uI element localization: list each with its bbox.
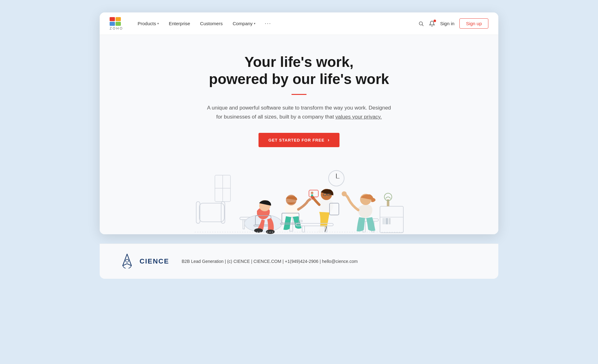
footer-info: B2B Lead Generation | (c) CIENCE | CIENC…	[182, 259, 358, 264]
svg-rect-27	[311, 194, 313, 196]
hero-subtitle: A unique and powerful software suite to …	[206, 104, 392, 122]
privacy-link[interactable]: values your privacy.	[335, 114, 382, 120]
svg-point-0	[419, 22, 423, 25]
nav-links: Products ▾ Enterprise Customers Company …	[133, 18, 418, 29]
svg-rect-33	[296, 223, 333, 226]
notification-icon[interactable]	[429, 21, 435, 27]
cience-name: CIENCE	[140, 257, 169, 265]
logo-squares	[110, 17, 121, 26]
svg-rect-39	[386, 218, 388, 224]
company-chevron-icon: ▾	[254, 22, 255, 25]
search-icon[interactable]	[418, 21, 424, 26]
svg-point-26	[311, 192, 313, 194]
notification-badge	[434, 20, 436, 22]
hero-illustration	[112, 160, 486, 234]
nav-enterprise[interactable]: Enterprise	[164, 18, 194, 29]
nav-customers[interactable]: Customers	[196, 18, 227, 29]
svg-rect-40	[389, 218, 391, 224]
svg-line-1	[422, 25, 424, 26]
logo-sq-blue	[110, 22, 115, 26]
illustration-svg	[190, 163, 408, 234]
logo-text: ZOHO	[110, 26, 123, 30]
hero-divider	[292, 94, 306, 95]
svg-rect-38	[382, 218, 385, 224]
footer: CIENCE B2B Lead Generation | (c) CIENCE …	[100, 244, 498, 279]
logo-sq-green	[116, 22, 121, 26]
signin-link[interactable]: Sign in	[440, 21, 454, 26]
browser-window: ZOHO Products ▾ Enterprise Customers Com…	[100, 12, 498, 234]
signup-button[interactable]: Sign up	[459, 18, 488, 29]
hero-section: Your life's work, powered by our life's …	[100, 35, 498, 234]
logo[interactable]: ZOHO	[110, 17, 123, 30]
nav-products[interactable]: Products ▾	[133, 18, 163, 29]
svg-rect-24	[309, 190, 318, 197]
svg-marker-50	[123, 254, 131, 266]
hero-title: Your life's work, powered by our life's …	[112, 54, 486, 88]
svg-rect-34	[302, 226, 305, 232]
nav-more-button[interactable]: ···	[261, 18, 275, 29]
cience-icon	[118, 253, 136, 270]
cience-logo: CIENCE	[118, 253, 169, 270]
svg-point-32	[342, 191, 347, 196]
svg-rect-6	[243, 220, 244, 229]
svg-rect-2	[199, 203, 224, 222]
nav-company[interactable]: Company ▾	[228, 18, 260, 29]
nav-right: Sign in Sign up	[418, 18, 488, 29]
cta-button[interactable]: GET STARTED FOR FREE ›	[259, 133, 339, 147]
logo-sq-orange	[116, 17, 121, 21]
svg-point-51	[126, 259, 128, 262]
svg-point-13	[266, 230, 275, 234]
cta-arrow-icon: ›	[328, 137, 330, 143]
logo-sq-red	[110, 17, 115, 21]
zoho-logo: ZOHO	[110, 17, 123, 30]
products-chevron-icon: ▾	[157, 22, 159, 25]
navbar: ZOHO Products ▾ Enterprise Customers Com…	[100, 12, 498, 35]
